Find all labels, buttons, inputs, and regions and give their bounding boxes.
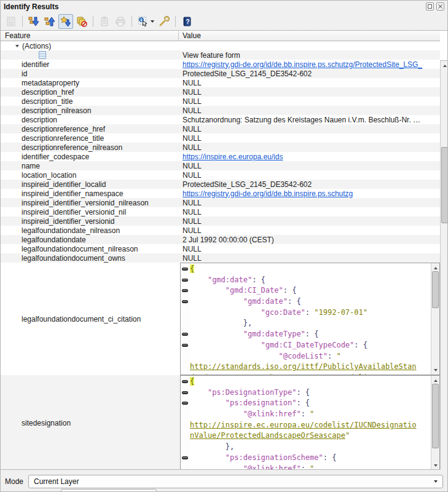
attribute-row-descriptionreference_href[interactable]: descriptionreference_hrefNULL bbox=[1, 124, 440, 133]
json-code[interactable]: { "gmd:date": { "gmd:CI_Date": { "gmd:da… bbox=[190, 263, 431, 375]
attribute-row-inspireid_identifier_localid[interactable]: inspireid_identifier_localidProtectedSit… bbox=[1, 180, 440, 189]
identify-results-panel: Identify Results bbox=[0, 0, 448, 492]
attribute-name: description bbox=[1, 116, 179, 124]
fold-marker-icon[interactable] bbox=[182, 402, 188, 405]
table-vertical-scrollbar[interactable] bbox=[440, 60, 448, 492]
float-panel-button[interactable] bbox=[426, 2, 434, 10]
attribute-value-link[interactable]: https://inspire.ec.europa.eu/ids bbox=[183, 153, 283, 161]
fold-marker-icon[interactable] bbox=[182, 289, 188, 292]
fold-marker-icon[interactable] bbox=[182, 456, 188, 459]
attribute-row-legalfoundationdate_nilreason[interactable]: legalfoundationdate_nilreasonNULL bbox=[1, 226, 440, 235]
attribute-row-description[interactable]: descriptionSchutzanordnung: Satzung des … bbox=[1, 115, 440, 124]
feature-form-icon[interactable] bbox=[39, 51, 46, 59]
attribute-row-descriptionreference_title[interactable]: descriptionreference_titleNULL bbox=[1, 133, 440, 143]
code-line: http://inspire.ec.europa.eu/codelist/IUC… bbox=[190, 420, 431, 431]
copy-feature-button[interactable] bbox=[97, 14, 112, 29]
attribute-row-description_href[interactable]: description_hrefNULL bbox=[1, 87, 440, 97]
json-scrollbar[interactable] bbox=[431, 376, 439, 469]
fold-marker-icon[interactable] bbox=[182, 380, 188, 383]
json-viewer[interactable]: { "gmd:date": { "gmd:CI_Date": { "gmd:da… bbox=[180, 263, 440, 375]
wrench-icon bbox=[159, 16, 170, 27]
attribute-row-location_location[interactable]: location_locationNULL bbox=[1, 170, 440, 180]
code-line: "ps:DesignationType": { bbox=[190, 387, 431, 399]
identify-cursor-icon bbox=[138, 16, 149, 27]
attribute-value: NULL bbox=[183, 162, 202, 170]
clear-results-button[interactable] bbox=[74, 14, 89, 29]
attribute-value: NULL bbox=[183, 171, 202, 180]
close-panel-button[interactable] bbox=[436, 2, 444, 10]
fold-marker-icon[interactable] bbox=[182, 333, 188, 336]
tree-item-actions[interactable]: (Actions) bbox=[1, 41, 440, 50]
attribute-row-legalfoundationdocument_nilreason[interactable]: legalfoundationdocument_nilreasonNULL bbox=[1, 244, 440, 253]
scroll-down-button[interactable] bbox=[431, 461, 439, 469]
scrollbar-thumb[interactable] bbox=[441, 147, 448, 223]
attribute-value: NULL bbox=[183, 88, 202, 97]
fold-marker-icon[interactable] bbox=[182, 279, 188, 282]
json-code[interactable]: { "ps:DesignationType": { "ps:designatio… bbox=[190, 376, 431, 469]
tree-item-view-feature-form[interactable]: View feature form bbox=[1, 50, 440, 60]
attribute-row-inspireid_identifier_versionid_nilreason[interactable]: inspireid_identifier_versionid_nilreason… bbox=[1, 198, 440, 207]
attribute-value: NULL bbox=[183, 254, 202, 263]
attribute-row-description_title[interactable]: description_titleNULL bbox=[1, 97, 440, 106]
clear-results-icon bbox=[76, 16, 87, 27]
attribute-value: NULL bbox=[183, 226, 202, 235]
attribute-row-legalfoundationdocument_ci_citation[interactable]: legalfoundationdocument_ci_citation{ "gm… bbox=[1, 263, 440, 375]
identify-settings-button[interactable] bbox=[157, 14, 171, 29]
attribute-name: description_title bbox=[1, 97, 179, 106]
open-form-button[interactable] bbox=[4, 14, 18, 29]
table-header[interactable]: Feature Value bbox=[1, 31, 440, 41]
attribute-value-link[interactable]: https://registry.gdi-de.org/id/de.bb.ins… bbox=[183, 189, 353, 198]
fold-marker-icon[interactable] bbox=[182, 268, 188, 271]
column-header-value[interactable]: Value bbox=[179, 31, 440, 40]
attribute-row-identifier[interactable]: identifierhttps://registry.gdi-de.org/id… bbox=[1, 60, 440, 69]
attribute-name: descriptionreference_nilreason bbox=[1, 143, 179, 152]
attribute-row-inspireid_identifier_versionid[interactable]: inspireid_identifier_versionidNULL bbox=[1, 216, 440, 226]
attribute-row-identifier_codespace[interactable]: identifier_codespacehttps://inspire.ec.e… bbox=[1, 152, 440, 161]
attribute-value-link[interactable]: https://registry.gdi-de.org/id/de.bb.ins… bbox=[183, 60, 422, 69]
attribute-value: NULL bbox=[183, 125, 202, 133]
column-header-feature[interactable]: Feature bbox=[1, 31, 179, 41]
attribute-row-id[interactable]: idProtectedSite_LSG_2145_DE3542-602 bbox=[1, 69, 440, 78]
attribute-row-legalfoundationdocument_owns[interactable]: legalfoundationdocument_ownsNULL bbox=[1, 253, 440, 263]
results-tree[interactable]: (Actions)View feature formidentifierhttp… bbox=[1, 41, 440, 469]
attribute-row-inspireid_identifier_versionid_nil[interactable]: inspireid_identifier_versionid_nilNULL bbox=[1, 207, 440, 216]
scroll-down-button[interactable] bbox=[431, 366, 439, 374]
combobox-arrow-icon bbox=[434, 480, 438, 483]
attribute-row-inspireid_identifier_namespace[interactable]: inspireid_identifier_namespacehttps://re… bbox=[1, 189, 440, 198]
attribute-row-metadataproperty[interactable]: metadatapropertyNULL bbox=[1, 78, 440, 87]
fold-marker-icon[interactable] bbox=[182, 344, 188, 347]
collapse-all-button[interactable] bbox=[42, 14, 57, 29]
json-viewer[interactable]: { "ps:DesignationType": { "ps:designatio… bbox=[180, 375, 440, 469]
fold-marker-icon[interactable] bbox=[182, 391, 188, 394]
attribute-value: NULL bbox=[183, 97, 202, 106]
print-button[interactable] bbox=[113, 14, 128, 29]
attribute-row-sitedesignation[interactable]: sitedesignation{ "ps:DesignationType": {… bbox=[1, 375, 440, 469]
attribute-row-description_nilreason[interactable]: description_nilreasonNULL bbox=[1, 106, 440, 115]
attribute-name: inspireid_identifier_namespace bbox=[1, 189, 179, 198]
expand-all-button[interactable] bbox=[26, 14, 41, 29]
expand-new-results-button[interactable] bbox=[58, 14, 73, 29]
attribute-row-name[interactable]: nameNULL bbox=[1, 161, 440, 170]
help-button[interactable]: ? bbox=[179, 14, 194, 29]
code-line: "gmd:date": { bbox=[190, 275, 431, 286]
attribute-row-legalfoundationdate[interactable]: legalfoundationdate2 Jul 1992 00:00:00 (… bbox=[1, 235, 440, 244]
mode-combobox[interactable]: Current Layer bbox=[28, 475, 443, 488]
scrollbar-thumb[interactable] bbox=[432, 271, 439, 308]
scrollbar-thumb[interactable] bbox=[432, 384, 439, 448]
json-scrollbar[interactable] bbox=[431, 263, 439, 375]
actions-group-label: (Actions) bbox=[22, 42, 51, 50]
mode-value: Current Layer bbox=[34, 477, 79, 486]
code-line: "ps:designationScheme": { bbox=[190, 453, 431, 464]
collapse-arrow-icon[interactable] bbox=[15, 45, 19, 47]
scroll-up-button[interactable] bbox=[441, 62, 448, 69]
mode-label: Mode bbox=[5, 477, 23, 486]
attribute-name: descriptionreference_title bbox=[1, 134, 179, 143]
attribute-value: NULL bbox=[183, 106, 202, 115]
identify-mode-button[interactable] bbox=[136, 14, 155, 29]
attribute-row-descriptionreference_nilreason[interactable]: descriptionreference_nilreasonNULL bbox=[1, 143, 440, 152]
view-combobox-partial[interactable] bbox=[61, 489, 157, 492]
expand-tree-icon bbox=[28, 16, 39, 27]
code-line: }, bbox=[190, 318, 431, 329]
fold-marker-icon[interactable] bbox=[182, 300, 188, 303]
collapse-tree-icon bbox=[44, 16, 55, 27]
